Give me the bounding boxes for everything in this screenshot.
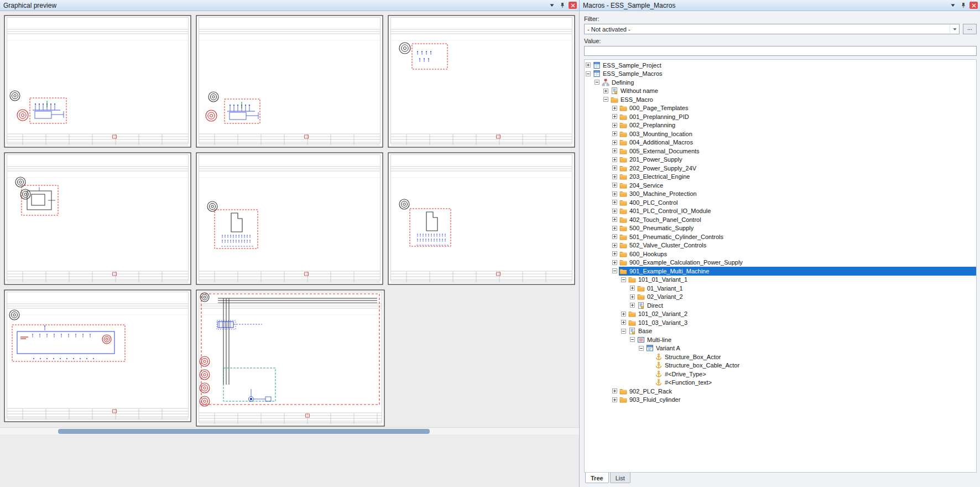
tree-item[interactable]: Structure_box_Cable_Actor [585, 361, 976, 370]
expand-toggle[interactable] [612, 191, 617, 196]
collapse-toggle[interactable] [621, 277, 626, 282]
tree-item[interactable]: 101_03_Variant_3 [585, 318, 976, 327]
expand-toggle[interactable] [612, 200, 617, 205]
tree-item-content[interactable]: 400_PLC_Control [619, 198, 976, 207]
tree-item-content[interactable]: 004_Additional_Macros [619, 138, 976, 147]
tab-list[interactable]: List [610, 473, 630, 483]
tree-item[interactable]: 401_PLC_Control_IO_Module [585, 207, 976, 216]
tree-item[interactable]: Defining [585, 78, 976, 87]
tree-item-content[interactable]: 502_Valve_Cluster_Controls [619, 241, 976, 250]
expand-toggle[interactable] [621, 320, 626, 325]
expand-toggle[interactable] [603, 89, 608, 94]
tree-item-content[interactable]: ESS_Macro [610, 95, 976, 104]
tree-item-content[interactable]: ESS_Sample_Project [592, 61, 976, 70]
collapse-toggle[interactable] [612, 268, 617, 273]
tree-item-content[interactable]: 902_PLC_Rack [619, 387, 976, 396]
expand-toggle[interactable] [612, 157, 617, 162]
tree-item-content[interactable]: #<Function_text> [654, 379, 976, 387]
tree-item-content[interactable]: Defining [601, 78, 976, 87]
tree-item[interactable]: 400_PLC_Control [585, 198, 976, 207]
tree-item-content[interactable]: 500_Pneumatic_Supply [619, 224, 976, 233]
tree-item-content[interactable]: 003_Mounting_location [619, 129, 976, 138]
tree-item-content[interactable]: 101_03_Variant_3 [628, 318, 976, 327]
pin-icon[interactable] [959, 2, 968, 9]
collapse-toggle[interactable] [603, 97, 608, 102]
collapse-toggle[interactable] [630, 337, 635, 342]
tab-tree[interactable]: Tree [585, 473, 609, 483]
tree-item-content[interactable]: 600_Hookups [619, 250, 976, 258]
expand-toggle[interactable] [612, 397, 617, 402]
expand-toggle[interactable] [612, 174, 617, 179]
tree-item[interactable]: 901_Example_Multi_Machine [585, 267, 976, 276]
expand-toggle[interactable] [612, 183, 617, 188]
tree-item[interactable]: 101_01_Variant_1 [585, 276, 976, 284]
page-thumbnail-8[interactable] [196, 289, 385, 427]
page-thumbnail-7[interactable] [4, 289, 191, 422]
tree-item[interactable]: 005_External_Documents [585, 147, 976, 156]
tree-item[interactable]: 402_Touch_Panel_Control [585, 215, 976, 224]
tree-item[interactable]: 502_Valve_Cluster_Controls [585, 241, 976, 250]
tree-item[interactable]: 003_Mounting_location [585, 129, 976, 138]
tree-item-content[interactable]: Without name [610, 87, 976, 96]
expand-toggle[interactable] [612, 106, 617, 111]
tree-item[interactable]: 202_Power_Supply_24V [585, 164, 976, 173]
tree-item-content[interactable]: 001_Preplanning_PID [619, 112, 976, 121]
scrollbar-thumb[interactable] [58, 429, 430, 434]
tree-item[interactable]: 900_Example_Calculation_Power_Supply [585, 258, 976, 267]
tree-item-content[interactable]: 901_Example_Multi_Machine [619, 267, 976, 276]
filter-dropdown[interactable]: - Not activated - [584, 24, 960, 34]
tree-item[interactable]: #<Function_text> [585, 379, 976, 387]
dropdown-menu-icon[interactable] [948, 2, 957, 9]
tree-item[interactable]: Variant A [585, 344, 976, 353]
tree-item[interactable]: ESS_Sample_Project [585, 61, 976, 70]
page-thumbnail-2[interactable] [196, 15, 383, 148]
collapse-toggle[interactable] [586, 71, 591, 76]
tree-item-content[interactable]: ESS_Sample_Macros [592, 70, 976, 79]
tree-item[interactable]: 000_Page_Templates [585, 104, 976, 113]
expand-toggle[interactable] [621, 312, 626, 317]
tree-item[interactable]: 201_Power_Supply [585, 156, 976, 164]
tree-item[interactable]: 01_Variant_1 [585, 284, 976, 293]
expand-toggle[interactable] [612, 217, 617, 222]
tree-item[interactable]: 02_Variant_2 [585, 293, 976, 302]
page-thumbnail-4[interactable] [4, 152, 191, 285]
tree-item-content[interactable]: 401_PLC_Control_IO_Module [619, 207, 976, 216]
horizontal-scrollbar[interactable] [0, 427, 579, 434]
chevron-down-icon[interactable] [950, 24, 959, 34]
pin-icon[interactable] [558, 2, 567, 9]
tree-item-content[interactable]: 002_Preplanning [619, 121, 976, 130]
tree-item-content[interactable]: 005_External_Documents [619, 147, 976, 156]
tree-item[interactable]: ESS_Sample_Macros [585, 70, 976, 79]
expand-toggle[interactable] [612, 123, 617, 128]
dropdown-menu-icon[interactable] [548, 2, 556, 9]
expand-toggle[interactable] [612, 140, 617, 145]
tree-item[interactable]: #<Drive_Type> [585, 370, 976, 379]
expand-toggle[interactable] [612, 260, 617, 265]
tree-item-content[interactable]: 204_Service [619, 181, 976, 190]
collapse-toggle[interactable] [621, 329, 626, 334]
tree-item-content[interactable]: 300_Machine_Protection [619, 190, 976, 199]
tree-item[interactable]: 004_Additional_Macros [585, 138, 976, 147]
tree-item[interactable]: Multi-line [585, 335, 976, 344]
tree-item[interactable]: Base [585, 327, 976, 336]
expand-toggle[interactable] [612, 234, 617, 239]
tree-item-content[interactable]: 501_Pneumatic_Cylinder_Controls [619, 232, 976, 241]
tree-item[interactable]: 001_Preplanning_PID [585, 112, 976, 121]
tree-item[interactable]: 203_Electrical_Engine [585, 173, 976, 182]
expand-toggle[interactable] [612, 165, 617, 170]
tree-item[interactable]: 300_Machine_Protection [585, 190, 976, 199]
tree-item[interactable]: Structure_Box_Actor [585, 353, 976, 361]
tree-item-content[interactable]: 01_Variant_1 [637, 284, 976, 293]
tree-item-content[interactable]: Structure_Box_Actor [654, 353, 976, 361]
tree-item-content[interactable]: 903_Fluid_cylinder [619, 396, 976, 405]
page-thumbnail-3[interactable] [388, 15, 575, 148]
expand-toggle[interactable] [630, 303, 635, 308]
tree-item[interactable]: 903_Fluid_cylinder [585, 396, 976, 405]
expand-toggle[interactable] [586, 63, 591, 68]
expand-toggle[interactable] [612, 251, 617, 256]
tree-item[interactable]: 500_Pneumatic_Supply [585, 224, 976, 233]
tree-item-content[interactable]: Multi-line [637, 335, 976, 344]
tree-item-content[interactable]: 201_Power_Supply [619, 156, 976, 164]
tree-item[interactable]: 002_Preplanning [585, 121, 976, 130]
tree-item[interactable]: Without name [585, 87, 976, 96]
